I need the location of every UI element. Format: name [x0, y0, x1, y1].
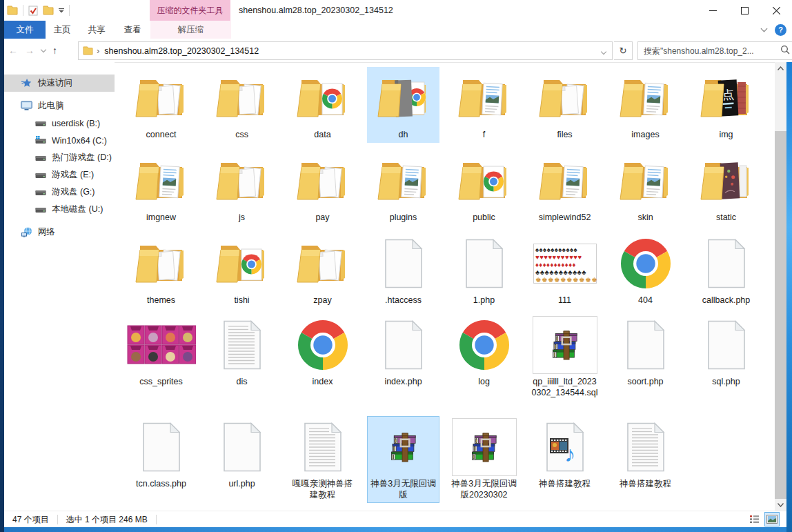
file-item[interactable]: 点 img — [686, 67, 766, 143]
file-item[interactable]: static — [686, 150, 766, 226]
file-item[interactable]: tcn.class.php — [121, 416, 201, 492]
file-item[interactable]: ♠♠♠♠♠♠♠♠♠♠♠♥♥♥♥♥♥♥♥♥♥♥♦♦♦♦♦♦♦♦♦♦♦♣♣♣♣♣♣♣… — [524, 233, 605, 308]
sidebar-item[interactable]: 此电脑 — [4, 97, 115, 115]
thumbnail-view-button[interactable] — [764, 512, 780, 526]
file-item[interactable]: 神兽搭建教程 — [605, 416, 686, 492]
file-item-label: dh — [399, 129, 408, 140]
help-icon[interactable]: ? — [775, 24, 786, 36]
file-item[interactable]: js — [201, 150, 282, 226]
close-button[interactable] — [760, 0, 792, 21]
folder-lines-icon — [615, 70, 676, 126]
sidebar-item[interactable]: 快速访问 — [4, 75, 115, 92]
file-item-label: 404 — [638, 295, 653, 306]
vertical-scrollbar[interactable] — [775, 62, 786, 511]
tab-3[interactable]: 查看 — [115, 21, 150, 39]
file-item[interactable]: plugins — [363, 150, 444, 226]
search-input[interactable] — [642, 46, 780, 57]
file-item[interactable]: data — [282, 67, 363, 143]
file-item[interactable]: url.php — [201, 416, 282, 492]
file-item[interactable]: connect — [121, 67, 201, 143]
file-item[interactable]: index — [282, 314, 363, 390]
breadcrumb-chevron-icon[interactable]: › — [97, 46, 99, 56]
new-folder-icon[interactable] — [43, 6, 54, 15]
refresh-button[interactable]: ↻ — [614, 41, 633, 60]
ribbon-collapse-icon[interactable] — [761, 26, 768, 32]
file-item[interactable]: tishi — [201, 233, 282, 308]
svg-text:♪: ♪ — [564, 442, 575, 466]
file-item[interactable]: simplewind52 — [524, 150, 605, 226]
address-dropdown-caret-icon[interactable] — [595, 46, 612, 56]
drive-icon — [34, 117, 46, 129]
scrollbar-thumb[interactable] — [775, 131, 786, 499]
window-title: shenshou.alm28.top_20230302_134512 — [239, 0, 393, 21]
file-item[interactable]: files — [524, 67, 605, 143]
chrome-icon — [458, 319, 511, 371]
file-item[interactable]: 嘎嘎亲测神兽搭建教程 — [282, 416, 363, 503]
file-item[interactable]: sql.php — [686, 314, 766, 390]
file-item-label: soort.php — [627, 376, 663, 387]
forward-icon[interactable]: → — [25, 45, 34, 56]
file-item[interactable]: 1.php — [444, 233, 524, 308]
file-item[interactable]: index.php — [363, 314, 444, 390]
window-controls — [697, 0, 792, 21]
minimize-button[interactable] — [697, 0, 729, 21]
address-bar[interactable]: › shenshou.alm28.top_20230302_134512 — [78, 41, 613, 60]
contextual-tab-header[interactable]: 压缩的文件夹工具 — [150, 0, 230, 21]
file-item[interactable]: imgnew — [121, 150, 201, 226]
file-item[interactable]: 404 — [605, 233, 686, 308]
folder-docs-icon — [212, 153, 273, 208]
file-item-label: skin — [637, 212, 653, 223]
tab-4[interactable]: 解压缩 — [150, 21, 231, 39]
file-item-label: connect — [146, 129, 177, 140]
file-item[interactable]: zpay — [282, 233, 363, 308]
drive-icon — [34, 169, 46, 181]
file-item[interactable]: dis — [201, 314, 282, 390]
scroll-down-icon[interactable] — [775, 499, 786, 511]
svg-text:♥♥♥♥♥♥♥♥♥♥♥: ♥♥♥♥♥♥♥♥♥♥♥ — [535, 253, 582, 261]
file-item[interactable]: skin — [605, 150, 686, 226]
tab-1[interactable]: 主页 — [46, 21, 79, 39]
recent-locations-caret-icon[interactable] — [41, 47, 46, 52]
up-icon[interactable]: ↑ — [52, 45, 57, 56]
file-item-label: themes — [147, 295, 175, 306]
file-item[interactable]: ♪ 神兽搭建教程 — [524, 416, 605, 492]
file-item[interactable]: css — [201, 67, 282, 143]
file-item[interactable]: 神兽3月无限回调版 — [363, 416, 444, 503]
file-item-label: images — [631, 129, 659, 140]
file-item[interactable]: css_sprites — [121, 314, 201, 390]
sidebar-item[interactable]: 游戏盘 (G:) — [4, 184, 115, 201]
sidebar-item-label: userdisk (B:) — [52, 119, 100, 128]
file-item[interactable]: f — [444, 67, 524, 143]
back-icon[interactable]: ← — [8, 45, 18, 56]
maximize-button[interactable] — [729, 0, 760, 21]
sidebar-item[interactable]: 本地磁盘 (U:) — [4, 201, 115, 218]
file-item[interactable]: qp_iiilll_ltd_20230302_134544.sql — [524, 314, 605, 401]
sidebar-item[interactable]: 热门游戏盘 (D:) — [4, 149, 115, 166]
file-item[interactable]: soort.php — [605, 314, 686, 390]
file-item[interactable]: pay — [282, 150, 363, 226]
file-item[interactable]: log — [444, 314, 524, 390]
properties-check-icon[interactable] — [28, 6, 38, 16]
tab-file[interactable]: 文件 — [4, 21, 46, 39]
scroll-up-icon[interactable] — [775, 62, 786, 74]
sidebar-item[interactable]: Win10x64 (C:) — [4, 132, 115, 149]
sidebar-item[interactable]: userdisk (B:) — [4, 115, 115, 132]
file-item-label: 111 — [558, 295, 571, 306]
file-item[interactable]: public — [444, 150, 524, 226]
window-folder-icon[interactable] — [7, 6, 18, 15]
file-item[interactable]: themes — [121, 233, 201, 308]
details-view-button[interactable] — [746, 512, 762, 526]
tab-2[interactable]: 共享 — [79, 21, 115, 39]
file-item[interactable]: dh — [363, 67, 444, 143]
file-item-label: 1.php — [473, 295, 495, 306]
file-item[interactable]: .htaccess — [363, 233, 444, 308]
file-item[interactable]: 神兽3月无限回调版20230302 — [444, 416, 524, 503]
file-item[interactable]: images — [605, 67, 686, 143]
sidebar-item[interactable]: 网络 — [4, 224, 115, 241]
breadcrumb-path[interactable]: shenshou.alm28.top_20230302_134512 — [104, 46, 259, 56]
file-item[interactable]: callback.php — [686, 233, 766, 308]
address-folder-icon[interactable] — [83, 46, 93, 55]
qat-customize-caret-icon[interactable] — [59, 8, 64, 13]
sidebar-item[interactable]: 游戏盘 (E:) — [4, 166, 115, 184]
search-icon[interactable] — [780, 45, 790, 57]
